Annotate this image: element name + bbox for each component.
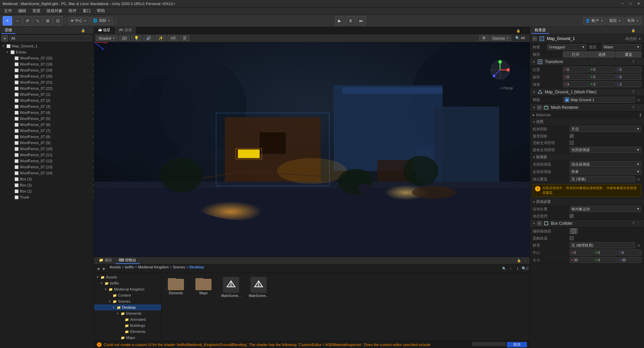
box-collider-header[interactable]: ▼ ✓ Box Collider ? ⋮ [530, 220, 644, 227]
tree-animated[interactable]: ▶ 📁 Animated [94, 316, 161, 322]
center-z[interactable]: Z 0 [618, 250, 641, 256]
rotation-z[interactable]: Z 0 [616, 74, 641, 80]
receive-shadows-checkbox[interactable]: ✓ [570, 134, 574, 138]
tree-item-fence11[interactable]: ▶ ⬜ WoofFence_07 (11) › [0, 152, 94, 158]
rotate-tool[interactable]: ⟳ [23, 16, 32, 26]
tree-item-fence15[interactable]: ▶ ⬜ WoofFence_07 (15) › [0, 55, 94, 61]
tree-beffio[interactable]: ▼ 📁 beffio [94, 280, 161, 286]
tree-item-fence19[interactable]: ▶ ⬜ WoofFence_07 (19) › [0, 67, 94, 73]
probes-section-label[interactable]: ▼ 探测器 [530, 154, 644, 161]
open-btn[interactable]: 打开 [563, 51, 589, 57]
scene-view[interactable]: Y X Z [94, 42, 530, 257]
tree-item-fence1[interactable]: ▶ ⬜ WoofFence_07 (1) › [0, 91, 94, 97]
position-x[interactable]: X 0 [563, 67, 589, 73]
select-btn[interactable]: 选择 [589, 51, 615, 57]
reflection-probes-value[interactable]: 简单 ▼ [570, 169, 641, 175]
collider-material-value[interactable]: 无 (物理材质) [570, 242, 635, 248]
light-probes-value[interactable]: 混合探测器 ▼ [570, 161, 641, 167]
material-select-icon[interactable]: ⊙ [636, 243, 641, 248]
tree-elements[interactable]: ▼ 📁 Elements [94, 310, 161, 316]
file-maps[interactable]: Maps [192, 275, 215, 299]
mesh-renderer-more-icon[interactable]: ⋮ [636, 105, 641, 110]
project-back-icon[interactable]: ◀ [96, 266, 101, 271]
transform-more-icon[interactable]: ⋮ [636, 59, 641, 64]
tree-item-fence13[interactable]: ▶ ⬜ WoofFence_07 (13) › [0, 164, 94, 170]
size-y[interactable]: Y 0 [594, 257, 617, 263]
hide-toggle[interactable]: ⊙0 [167, 35, 179, 41]
box-collider-help-icon[interactable]: ? [631, 221, 636, 226]
file-mainscene2[interactable]: MainScene... [247, 275, 270, 299]
breadcrumb-kingdom[interactable]: Medieval Kingdom [138, 265, 169, 269]
status-action-btn[interactable]: 取消 [507, 342, 527, 347]
lighting-section-label[interactable]: ▼ 光照 [530, 118, 644, 125]
layer-value[interactable]: Water ▼ [602, 44, 641, 50]
hierarchy-menu-icon[interactable]: ⋮ [87, 28, 92, 33]
project-forward-icon[interactable]: ▶ [102, 266, 107, 271]
tree-item-fence3[interactable]: ▶ ⬜ WoofFence_07 (3) › [0, 103, 94, 110]
dynamic-occlusion-checkbox[interactable]: ✓ [570, 214, 574, 218]
center-x[interactable]: X 0 [570, 250, 593, 256]
menu-component[interactable]: 组件 [66, 7, 79, 14]
cast-shadows-value[interactable]: 开启 ▼ [570, 126, 641, 132]
motion-vectors-value[interactable]: 每对象运动 ▼ [570, 206, 641, 212]
scale-z[interactable]: Z 3 [616, 81, 641, 87]
box-collider-more-icon[interactable]: ⋮ [636, 221, 641, 226]
lighting-button[interactable]: 💡 [131, 35, 142, 41]
scale-tool[interactable]: ⤡ [33, 16, 42, 26]
tree-item-trunk[interactable]: ▶ ⬜ Trunk › [0, 194, 94, 200]
breadcrumb-desktop[interactable]: Desktop [189, 265, 204, 269]
mesh-select-icon[interactable]: ⊙ [636, 97, 641, 102]
tree-item-box2[interactable]: ▶ ⬜ Box (2) › [0, 182, 94, 188]
transform-help-icon[interactable]: ? [631, 59, 636, 64]
menu-help[interactable]: 帮助 [94, 7, 108, 14]
materials-arrow[interactable]: ▶ [533, 114, 535, 117]
tree-item-fence22[interactable]: ▶ ⬜ WoofFence_07 (22) › [0, 85, 94, 91]
mesh-renderer-checkbox[interactable]: ✓ [537, 105, 541, 110]
effects-button[interactable]: ✨ [155, 35, 166, 41]
scene-search-box[interactable]: 🔍 All [513, 36, 528, 41]
rect-tool[interactable]: ⊞ [43, 16, 52, 26]
static-label[interactable]: 静态的 ▼ [626, 36, 641, 41]
position-y[interactable]: Y 0 [589, 67, 615, 73]
scale-y[interactable]: Y 3 [589, 81, 615, 87]
contribute-gi-checkbox[interactable] [570, 141, 574, 145]
grid-button[interactable]: ☰ [180, 35, 189, 41]
rotation-y[interactable]: Y 0 [589, 74, 615, 80]
other-settings-label[interactable]: ▼ 其他设置 [530, 198, 644, 205]
scene-menu-icon[interactable]: ⋮ [522, 28, 528, 33]
tab-console[interactable]: ⌨ 控制台 [115, 257, 140, 264]
project-info-icon[interactable]: ℹ [515, 266, 520, 271]
tree-item-fence8[interactable]: ▶ ⬜ WoofFence_07 (8) › [0, 134, 94, 140]
pivot-center-dropdown[interactable]: ⊕ 中心 ▼ [68, 17, 89, 25]
play-button[interactable]: ▶ [335, 16, 344, 26]
shading-mode-dropdown[interactable]: Shaded ▼ [96, 36, 118, 41]
inspector-lock-icon[interactable]: 🔒 [631, 28, 636, 33]
2d-button[interactable]: 2D [119, 36, 130, 41]
mesh-filter-help-icon[interactable]: ? [631, 89, 636, 95]
tree-item-fence4[interactable]: ▶ ⬜ WoofFence_07 (4) › [0, 110, 94, 116]
audio-button[interactable]: 🔊 [143, 35, 154, 41]
tree-item-box3[interactable]: ▶ ⬜ Box (3) › [0, 176, 94, 182]
tree-item-fence2[interactable]: ▶ ⬜ WoofFence_07 (2) › [0, 97, 94, 103]
is-trigger-checkbox[interactable] [570, 236, 574, 240]
tab-inspector[interactable]: 检查器 [531, 27, 549, 34]
mesh-value-field[interactable]: ▲ Map Ground 1 [563, 97, 635, 103]
tree-item-fence21[interactable]: ▶ ⬜ WoofFence_07 (21) › [0, 79, 94, 85]
tree-item-fence20[interactable]: ▶ ⬜ WoofFence_07 (20) › [0, 73, 94, 79]
tree-item-box1[interactable]: ▶ ⬜ Box (1) › [0, 188, 94, 194]
mesh-renderer-header[interactable]: ▼ ✓ Mesh Renderer ? ⋮ [530, 104, 644, 112]
close-button[interactable]: ✕ [636, 1, 641, 6]
mesh-renderer-help-icon[interactable]: ? [631, 105, 636, 110]
tree-content[interactable]: ▶ 📁 Content [94, 292, 161, 298]
cover-btn[interactable]: 覆盖 [616, 51, 641, 57]
box-collider-checkbox[interactable]: ✓ [537, 221, 541, 225]
anchor-select-icon[interactable]: ⊙ [636, 176, 641, 182]
project-menu-icon[interactable]: ⋮ [523, 258, 528, 263]
pivot-global-dropdown[interactable]: 🌐 局部 ▼ [90, 17, 113, 25]
tree-medieval[interactable]: ▼ 📁 Medieval Kingdom [94, 286, 161, 292]
tree-elements2[interactable]: ▶ 📁 Elements [94, 329, 161, 335]
breadcrumb-beffio[interactable]: beffio [125, 265, 134, 269]
menu-assets[interactable]: 资源 [30, 7, 43, 14]
minimize-button[interactable]: ─ [620, 1, 625, 6]
tree-item-fence9[interactable]: ▶ ⬜ WoofFence_07 (9) › [0, 140, 94, 146]
